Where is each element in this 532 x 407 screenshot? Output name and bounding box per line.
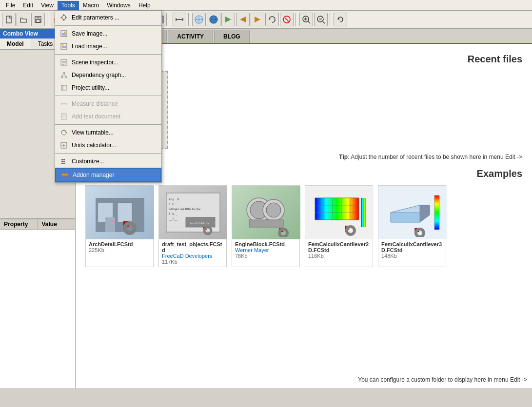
example-info-archdetail: ArchDetail.FCStd 225Kb [86, 239, 153, 255]
property-header: Property Value [0, 219, 75, 230]
svg-rect-119 [66, 175, 67, 177]
add-text-document-label: Add text document [72, 113, 120, 120]
menu-item-units-calculator[interactable]: Units calculator... [55, 139, 161, 152]
new-file-button[interactable] [2, 13, 16, 26]
example-name-fem2d: FemCalculixCantilever2D.FCStd [308, 241, 370, 253]
addon-manager-label: Addon manager [73, 172, 114, 178]
example-info-fem3d: FemCalculixCantilever3D.FCStd 148Kb [378, 239, 446, 261]
nav-forward-button[interactable] [221, 13, 235, 26]
svg-text:_Aw(4hf44(bw __0 _ _ _: _Aw(4hf44(bw __0 _ _ _ [188, 221, 225, 225]
toolbar-sep-3 [188, 13, 190, 26]
svg-rect-86 [62, 46, 66, 48]
svg-point-73 [347, 227, 355, 234]
menubar: File Edit View Tools Macro Windows Help [0, 0, 532, 11]
svg-rect-114 [61, 163, 63, 164]
example-size-archdetail: 225Kb [89, 247, 150, 253]
menu-tools[interactable]: Tools [58, 1, 79, 10]
svg-rect-83 [62, 33, 66, 36]
scene-inspector-label: Scene inspector... [72, 59, 118, 66]
project-utility-icon [60, 84, 68, 92]
open-file-button[interactable] [17, 13, 30, 26]
menu-file[interactable]: File [2, 1, 19, 10]
svg-rect-3 [36, 19, 40, 22]
example-thumb-fem2d: F [305, 186, 374, 239]
svg-line-95 [62, 74, 63, 76]
tools-dropdown-menu: Edit parameters ... Save image... Load i… [55, 11, 162, 183]
units-calculator-label: Units calculator... [72, 142, 116, 149]
svg-line-36 [308, 21, 310, 23]
example-card-engine[interactable]: F EngineBlock.FCStd Werner Mayer 78Kb [232, 185, 300, 267]
example-card-draft[interactable]: kbq _D F b._ GAbqarla(40h(4k(bw F b._ __… [158, 185, 227, 267]
svg-marker-106 [66, 132, 67, 134]
menu-macro[interactable]: Macro [79, 1, 103, 10]
example-name-draft: draft_test_objects.FCStd [162, 241, 223, 253]
menu-view[interactable]: View [37, 1, 58, 10]
example-name-archdetail: ArchDetail.FCStd [89, 241, 150, 247]
svg-rect-102 [61, 114, 66, 119]
example-card-fem3d[interactable]: F FemCalculixCantilever3D.FCStd 148Kb [378, 185, 446, 267]
svg-marker-28 [240, 17, 246, 22]
example-card-fem2d[interactable]: F FemCalculixCantilever2D.FCStd 116Kb [305, 185, 373, 267]
save-file-button[interactable] [31, 13, 45, 26]
svg-text:kbq _D: kbq _D [169, 197, 179, 201]
zoom-out-button[interactable] [314, 13, 328, 26]
nav-refresh-button[interactable] [265, 13, 279, 26]
menu-help[interactable]: Help [135, 1, 155, 10]
menu-item-edit-parameters[interactable]: Edit parameters ... [55, 11, 161, 24]
menu-divider-4 [55, 124, 161, 125]
nav-stop-button[interactable] [280, 13, 294, 26]
example-info-fem2d: FemCalculixCantilever2D.FCStd 116Kb [305, 239, 373, 261]
example-thumb-archdetail: F [86, 186, 154, 239]
combo-tab-model[interactable]: Model [0, 39, 31, 49]
nav-next-button[interactable] [251, 13, 264, 26]
nav-home-button[interactable] [192, 13, 206, 26]
undo-button[interactable] [334, 13, 347, 26]
load-image-icon [60, 42, 68, 50]
dependency-graph-icon [60, 71, 68, 79]
menu-item-customize[interactable]: Customize... [55, 155, 161, 168]
menu-item-view-turntable[interactable]: View turntable... [55, 126, 161, 139]
svg-rect-2 [37, 17, 39, 19]
property-panel: Property Value [0, 219, 75, 388]
tab-blog[interactable]: BLOG [214, 30, 250, 43]
save-image-icon [60, 30, 68, 38]
menu-item-scene-inspector[interactable]: Scene inspector... [55, 56, 161, 69]
customize-icon [60, 157, 68, 165]
svg-point-60 [266, 203, 281, 217]
example-card-archdetail[interactable]: F ArchDetail.FCStd 225Kb [85, 185, 154, 267]
svg-rect-112 [61, 161, 63, 162]
example-info-draft: draft_test_objects.FCStd FreeCaD Develop… [159, 239, 226, 267]
svg-text:F b._: F b._ [169, 202, 177, 206]
menu-item-dependency-graph[interactable]: Dependency graph... [55, 69, 161, 81]
addon-manager-icon [61, 171, 69, 179]
svg-point-77 [62, 16, 66, 19]
nav-globe-button[interactable] [207, 13, 220, 26]
menu-item-addon-manager[interactable]: Addon manager [55, 168, 161, 182]
svg-point-87 [62, 44, 64, 46]
menu-item-load-image[interactable]: Load image... [55, 40, 161, 53]
menu-divider-1 [55, 25, 161, 26]
example-thumb-engine: F [232, 186, 300, 239]
property-col-name: Property [0, 219, 38, 229]
menu-edit[interactable]: Edit [19, 1, 37, 10]
example-size-fem3d: 148Kb [381, 253, 443, 259]
menu-item-save-image[interactable]: Save image... [55, 27, 161, 40]
view-turntable-label: View turntable... [72, 129, 114, 136]
edit-parameters-label: Edit parameters ... [72, 14, 119, 21]
example-name-engine: EngineBlock.FCStd [235, 241, 296, 247]
tab-activity[interactable]: ACTIVITY [168, 30, 213, 43]
toolbar-sep-2 [169, 13, 171, 26]
customize-label: Customize... [72, 158, 104, 165]
measure-button[interactable] [173, 13, 186, 26]
svg-rect-97 [61, 85, 66, 90]
menu-item-project-utility[interactable]: Project utility... [55, 81, 161, 94]
svg-text:GAbqarla(40h(4k(bw: GAbqarla(40h(4k(bw [169, 207, 200, 211]
svg-point-84 [64, 32, 66, 33]
zoom-in-button[interactable] [299, 13, 313, 26]
load-image-label: Load image... [72, 43, 107, 50]
toolbar-sep-5 [330, 13, 332, 26]
svg-rect-118 [63, 175, 64, 177]
menu-windows[interactable]: Windows [103, 1, 135, 10]
property-col-value: Value [38, 219, 76, 229]
nav-back-button[interactable] [236, 13, 250, 26]
